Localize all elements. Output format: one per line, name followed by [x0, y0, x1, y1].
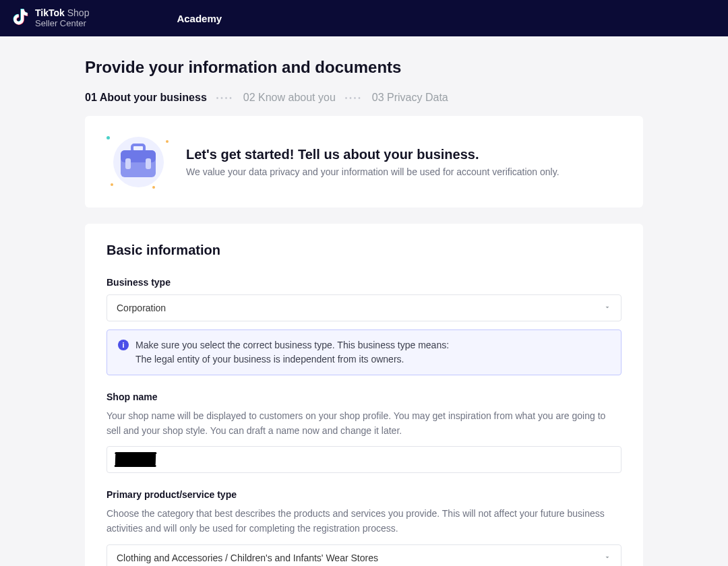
primary-type-helper: Choose the category that best describes … [107, 507, 621, 536]
sparkle-icon [111, 183, 113, 186]
step-indicator: 01 About your business •••• 02 Know abou… [85, 92, 643, 104]
info-line-1: Make sure you select the correct busines… [135, 338, 449, 352]
business-type-label: Business type [107, 277, 621, 288]
tiktok-logo-icon [12, 7, 30, 30]
info-line-2: The legal entity of your business is ind… [135, 352, 449, 367]
brand-name-bold: TikTok [35, 7, 65, 18]
nav-academy[interactable]: Academy [177, 13, 222, 24]
sparkle-icon [166, 140, 169, 143]
step-divider: •••• [216, 94, 234, 102]
chevron-down-icon [603, 553, 611, 563]
brand-shop-word: Shop [67, 7, 90, 18]
top-navbar: TikTok Shop Seller Center Academy [0, 0, 728, 36]
primary-type-value: Clothing and Accessories / Children's an… [117, 553, 378, 563]
chevron-down-icon [603, 303, 611, 313]
business-type-value: Corporation [117, 303, 166, 313]
step-3: 03 Privacy Data [372, 92, 448, 104]
business-type-select[interactable]: Corporation [107, 294, 621, 321]
svg-rect-4 [146, 158, 151, 169]
step-divider: •••• [345, 94, 363, 102]
brand-line1: TikTok Shop [35, 8, 89, 18]
info-icon: i [118, 340, 129, 350]
sparkle-icon [152, 186, 155, 189]
brand-logo-block[interactable]: TikTok Shop Seller Center [12, 7, 89, 30]
section-title: Basic information [107, 243, 621, 258]
redacted-value [115, 453, 156, 466]
briefcase-illustration [109, 136, 167, 187]
shop-name-label: Shop name [107, 391, 621, 402]
step-1: 01 About your business [85, 92, 207, 104]
primary-type-group: Primary product/service type Choose the … [107, 489, 621, 566]
shop-name-group: Shop name Your shop name will be display… [107, 391, 621, 473]
shop-name-input[interactable] [107, 446, 621, 473]
svg-rect-3 [125, 158, 131, 169]
primary-type-select[interactable]: Clothing and Accessories / Children's an… [107, 544, 621, 566]
form-card: Basic information Business type Corporat… [85, 224, 643, 566]
primary-type-label: Primary product/service type [107, 489, 621, 500]
page-title: Provide your information and documents [85, 58, 643, 77]
briefcase-icon [118, 144, 158, 180]
business-type-info-banner: i Make sure you select the correct busin… [107, 329, 621, 375]
step-2: 02 Know about you [243, 92, 336, 104]
intro-title: Let's get started! Tell us about your bu… [186, 147, 559, 162]
brand-subtitle: Seller Center [35, 19, 89, 28]
shop-name-helper: Your shop name will be displayed to cust… [107, 409, 621, 438]
main-container: Provide your information and documents 0… [85, 58, 643, 566]
intro-subtitle: We value your data privacy and your info… [186, 166, 559, 177]
sparkle-icon [107, 136, 110, 139]
intro-card: Let's get started! Tell us about your bu… [85, 116, 643, 208]
business-type-group: Business type Corporation i Make sure yo… [107, 277, 621, 375]
